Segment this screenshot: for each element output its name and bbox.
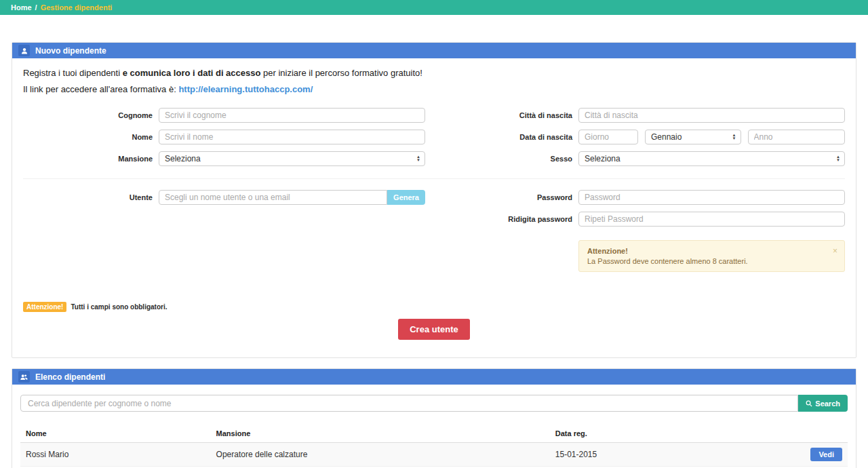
citta-row: Città di nascita [443, 108, 845, 123]
intro-text: Registra i tuoi dipendenti [23, 68, 123, 78]
form-col-right-credentials: Password Ridigita password Attenzione! L… [443, 190, 845, 279]
attenzione-badge: Attenzione! [23, 302, 66, 312]
password-warning-alert: Attenzione! La Password deve contenere a… [578, 240, 845, 272]
sesso-select[interactable]: Seleziona ▲▼ [578, 151, 845, 166]
ridigita-password-label: Ridigita password [443, 215, 578, 223]
panel-title: Elenco dipendenti [35, 372, 105, 382]
new-employee-panel: Nuovo dipendente Registra i tuoi dipende… [12, 42, 856, 358]
cell-nome: Rossi Mario [20, 443, 211, 467]
breadcrumb-home-link[interactable]: Home [11, 3, 32, 12]
citta-label: Città di nascita [443, 111, 578, 119]
search-button[interactable]: Search [798, 395, 848, 412]
cognome-label: Cognome [23, 111, 159, 119]
mansione-row: Mansione Seleziona ▲▼ [23, 151, 425, 166]
password-row: Password [443, 190, 845, 205]
ridigita-password-row: Ridigita password [443, 212, 845, 227]
search-button-label: Search [815, 399, 840, 408]
password-input[interactable] [578, 190, 845, 205]
submit-row: Crea utente [23, 319, 845, 340]
mese-select[interactable]: Gennaio ▲▼ [645, 130, 741, 144]
intro-text: Il link per accedere all'area formativa … [23, 84, 178, 94]
crea-utente-button[interactable]: Crea utente [398, 319, 470, 340]
ridigita-password-input[interactable] [578, 212, 845, 227]
col-header-mansione: Mansione [211, 427, 550, 443]
form-col-left: Cognome Nome Mansione Seleziona ▲▼ [23, 108, 425, 173]
cell-data-reg: 15-01-2015 [550, 443, 765, 467]
citta-input[interactable] [578, 108, 845, 123]
utente-row: Utente Genera [23, 190, 425, 205]
data-nascita-row: Data di nascita Gennaio ▲▼ [443, 130, 845, 144]
col-header-action [765, 427, 848, 443]
nome-input[interactable] [159, 130, 425, 144]
utente-input[interactable] [159, 190, 387, 205]
breadcrumb: Home / Gestione dipendenti [0, 0, 868, 15]
col-header-data-reg: Data reg. [550, 427, 765, 443]
search-input[interactable] [20, 395, 798, 412]
select-arrows-icon: ▲▼ [732, 134, 736, 140]
password-label: Password [443, 193, 578, 201]
breadcrumb-current: Gestione dipendenti [41, 3, 113, 12]
form-grid-top: Cognome Nome Mansione Seleziona ▲▼ [23, 108, 845, 173]
employee-table: Nome Mansione Data reg. Rossi Mario Oper… [20, 427, 848, 468]
select-arrows-icon: ▲▼ [836, 155, 840, 162]
mansione-select-value: Seleziona [165, 154, 416, 163]
panel-title: Nuovo dipendente [35, 46, 106, 56]
table-header-row: Nome Mansione Data reg. [20, 427, 848, 443]
intro-line-1: Registra i tuoi dipendenti e comunica lo… [23, 68, 845, 78]
nome-label: Nome [23, 133, 159, 141]
intro-text-bold: e comunica loro i dati di accesso [123, 68, 261, 78]
vedi-button[interactable]: Vedi [810, 448, 842, 461]
required-fields-note: Attenzione! Tutti i campi sono obbligato… [23, 302, 845, 312]
form-col-left-credentials: Utente Genera [23, 190, 425, 279]
user-icon [18, 45, 30, 56]
new-employee-panel-body: Registra i tuoi dipendenti e comunica lo… [12, 58, 856, 357]
form-col-right: Città di nascita Data di nascita Gennaio… [443, 108, 845, 173]
col-header-nome: Nome [20, 427, 211, 443]
required-fields-text: Tutti i campi sono obbligatori. [71, 303, 167, 311]
search-icon [806, 400, 812, 407]
anno-input[interactable] [748, 130, 846, 144]
intro-text: per iniziare il percorso formativo gratu… [260, 68, 422, 78]
new-employee-panel-header: Nuovo dipendente [12, 43, 856, 58]
alert-title: Attenzione! [587, 247, 836, 255]
select-arrows-icon: ▲▼ [416, 155, 420, 162]
genera-button[interactable]: Genera [387, 190, 425, 205]
elearning-link[interactable]: http://elearning.tuttohaccp.com/ [178, 84, 313, 94]
breadcrumb-separator: / [35, 3, 37, 12]
cognome-input[interactable] [159, 108, 425, 123]
alert-message: La Password deve contenere almeno 8 cara… [587, 257, 836, 265]
sesso-select-value: Seleziona [585, 154, 836, 163]
search-bar: Search [20, 395, 848, 412]
mansione-label: Mansione [23, 155, 159, 163]
sesso-label: Sesso [443, 155, 578, 163]
form-divider [23, 178, 845, 179]
mese-select-value: Gennaio [651, 132, 732, 142]
close-icon[interactable]: × [833, 246, 837, 256]
employee-list-panel-header: Elenco dipendenti [12, 369, 856, 385]
users-group-icon [18, 371, 30, 383]
data-nascita-label: Data di nascita [443, 133, 578, 141]
cell-mansione: Operatore delle calzature [211, 443, 550, 467]
mansione-select[interactable]: Seleziona ▲▼ [159, 151, 425, 166]
intro-line-2: Il link per accedere all'area formativa … [23, 84, 845, 94]
utente-label: Utente [23, 193, 159, 201]
employee-list-panel: Elenco dipendenti Search Nome Mansione D… [12, 368, 856, 468]
form-grid-credentials: Utente Genera Password Ridigita pas [23, 190, 845, 279]
sesso-row: Sesso Seleziona ▲▼ [443, 151, 845, 166]
giorno-input[interactable] [578, 130, 638, 144]
table-row: Rossi Mario Operatore delle calzature 15… [20, 443, 848, 467]
cognome-row: Cognome [23, 108, 425, 123]
nome-row: Nome [23, 130, 425, 144]
alert-row: Attenzione! La Password deve contenere a… [443, 233, 845, 272]
employee-list-panel-body: Search Nome Mansione Data reg. Rossi Mar… [12, 385, 856, 468]
